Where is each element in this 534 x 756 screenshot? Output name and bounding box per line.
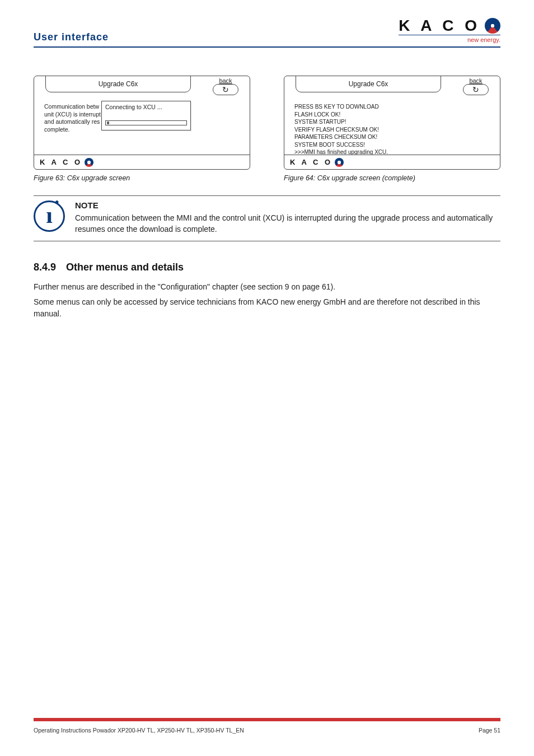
background-text: Communication betw unit (XCU) is interru…: [44, 103, 101, 134]
section-number: 8.4.9: [34, 262, 56, 273]
device-footer: K A C O: [284, 155, 500, 169]
section-heading: 8.4.9 Other menus and details: [34, 262, 500, 273]
figure-caption: Figure 63: C6x upgrade screen: [34, 174, 250, 182]
log-line: SYSTEM BOOT SUCCESS!: [294, 141, 490, 149]
figures-row: Upgrade C6x back ↻ Communication betw un…: [34, 76, 500, 182]
back-label: back: [463, 77, 489, 84]
bg-line: and automatically res: [44, 118, 101, 126]
back-button[interactable]: back ↻: [463, 77, 489, 95]
page-footer: Operating Instructions Powador XP200-HV …: [34, 718, 500, 734]
logo-text: K A C O: [399, 17, 480, 35]
bg-line: unit (XCU) is interrupt: [44, 111, 101, 119]
log-line: >>>MMI has finished upgrading XCU.: [294, 148, 490, 155]
screen-title-tab: Upgrade C6x: [45, 76, 191, 92]
section-title: Other menus and details: [66, 262, 184, 273]
brand-logo: K A C O new energy.: [399, 17, 500, 43]
device-card-left: Upgrade C6x back ↻ Communication betw un…: [34, 76, 250, 170]
back-label: back: [213, 77, 238, 84]
bg-line: complete.: [44, 126, 101, 134]
note-heading: NOTE: [75, 200, 500, 210]
back-icon[interactable]: ↻: [463, 84, 489, 95]
progress-popup: Connecting to XCU ...: [101, 101, 191, 130]
back-icon[interactable]: ↻: [213, 84, 238, 95]
screen-title-tab: Upgrade C6x: [296, 76, 441, 92]
figure-63: Upgrade C6x back ↻ Communication betw un…: [34, 76, 250, 182]
footer-logo-text: K A C O: [40, 158, 82, 166]
swirl-icon: [335, 158, 344, 167]
footer-logo-text: K A C O: [290, 158, 332, 166]
upgrade-log: PRESS BS KEY TO DOWNLOAD FLASH LOCK OK! …: [294, 103, 490, 155]
back-button[interactable]: back ↻: [213, 77, 238, 95]
info-icon: ı: [34, 200, 65, 232]
popup-text: Connecting to XCU ...: [105, 104, 187, 111]
swirl-icon: [85, 158, 93, 167]
log-line: VERIFY FLASH CHECKSUM OK!: [294, 126, 490, 134]
note-text: Communication between the MMI and the co…: [75, 212, 500, 235]
device-footer: K A C O: [34, 155, 250, 169]
paragraph: Some menus can only be accessed by servi…: [34, 296, 500, 320]
logo-subtext: new energy.: [399, 35, 500, 43]
log-line: FLASH LOCK OK!: [294, 111, 490, 119]
page-number: Page 51: [479, 727, 500, 734]
footer-doc-title: Operating Instructions Powador XP200-HV …: [34, 727, 244, 734]
swirl-icon: [485, 18, 500, 34]
log-line: SYSTEM STARTUP!: [294, 118, 490, 126]
running-head: User interface: [34, 31, 109, 43]
progress-bar: [105, 120, 187, 125]
figure-64: Upgrade C6x back ↻ PRESS BS KEY TO DOWNL…: [284, 76, 500, 182]
paragraph: Further menus are described in the "Conf…: [34, 281, 500, 293]
log-line: PARAMETERS CHECKSUM OK!: [294, 133, 490, 141]
page-header: User interface K A C O new energy.: [34, 17, 500, 48]
bg-line: Communication betw: [44, 103, 101, 111]
log-line: PRESS BS KEY TO DOWNLOAD: [294, 103, 490, 111]
note-block: ı NOTE Communication between the MMI and…: [34, 195, 500, 241]
figure-caption: Figure 64: C6x upgrade screen (complete): [284, 174, 500, 182]
footer-rule: [34, 718, 500, 721]
device-card-right: Upgrade C6x back ↻ PRESS BS KEY TO DOWNL…: [284, 76, 500, 170]
